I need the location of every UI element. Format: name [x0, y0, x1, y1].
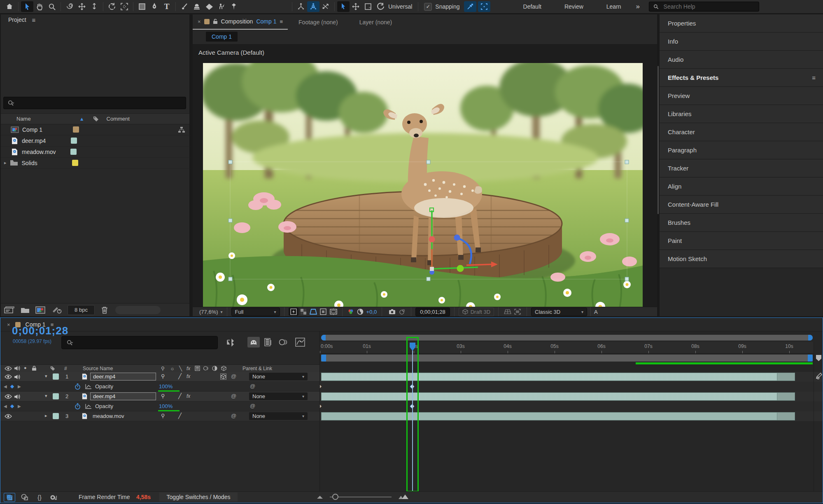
- workspace-overflow-icon[interactable]: »: [636, 2, 640, 11]
- project-search[interactable]: [3, 97, 186, 109]
- panel-item-preview[interactable]: Preview: [660, 87, 823, 105]
- anchor-switch-icon[interactable]: ⚲: [161, 393, 165, 399]
- quality-switch-icon[interactable]: ╱: [178, 413, 182, 419]
- layer-1-bar[interactable]: [321, 373, 795, 381]
- opacity-value[interactable]: 100%: [159, 403, 173, 409]
- gizmo-move-icon[interactable]: [350, 1, 362, 12]
- title-action-safe-icon[interactable]: [328, 308, 339, 316]
- rotate-tool[interactable]: [106, 1, 118, 12]
- quality-switch-icon[interactable]: ╱: [178, 373, 182, 379]
- layer-label-swatch[interactable]: [53, 373, 59, 380]
- layer-label-swatch[interactable]: [53, 393, 59, 399]
- column-name[interactable]: Name: [16, 116, 31, 122]
- region-of-interest-icon[interactable]: [318, 308, 328, 316]
- expander-icon[interactable]: ▸: [4, 160, 7, 166]
- color-depth-icon[interactable]: [52, 306, 62, 314]
- tab-layer[interactable]: Layer (none): [349, 15, 403, 30]
- close-icon[interactable]: ×: [198, 19, 201, 25]
- pickwhip-icon[interactable]: @: [250, 383, 255, 389]
- composition-mini-flowchart-icon[interactable]: [226, 338, 236, 347]
- draft-3d-toggle[interactable]: Draft 3D: [459, 308, 494, 316]
- workspace-learn[interactable]: Learn: [606, 3, 621, 10]
- layer-3-bar-endcap[interactable]: [777, 412, 795, 420]
- property-row-opacity-2[interactable]: ◀ ◆ ▶ Opacity 100% @: [0, 401, 319, 411]
- pen-tool[interactable]: [148, 1, 161, 12]
- time-ruler[interactable]: 0:00s 01s 02s 03s 04s 05s 06s 07s 08s 09…: [320, 342, 814, 354]
- world-axis-mode[interactable]: [307, 1, 319, 12]
- audio-icon[interactable]: [14, 374, 20, 380]
- property-row-opacity-1[interactable]: ◀ ◆ ▶ Opacity 100% @: [0, 382, 319, 392]
- snapping-checkbox[interactable]: ✓: [424, 3, 432, 11]
- audio-column-icon[interactable]: [14, 366, 20, 371]
- quality-switch-icon[interactable]: ╱: [178, 393, 182, 399]
- label-swatch[interactable]: [73, 126, 79, 133]
- eye-column-icon[interactable]: [5, 366, 12, 371]
- help-search-input[interactable]: [663, 3, 755, 10]
- 3d-switch-icon[interactable]: [220, 373, 226, 380]
- interpret-footage-icon[interactable]: [4, 306, 15, 314]
- comp-marker-icon[interactable]: [816, 355, 822, 362]
- ground-plane-icon[interactable]: [503, 308, 513, 316]
- gizmo-rotate-icon[interactable]: [374, 1, 387, 12]
- renderer-dropdown[interactable]: Classic 3D▾: [531, 308, 587, 316]
- magnification-dropdown[interactable]: (77,6%)▾: [199, 309, 223, 315]
- panel-item-effects-presets[interactable]: Effects & Presets≡: [660, 69, 823, 87]
- fast-previews-icon[interactable]: [289, 308, 298, 316]
- dolly-camera-tool[interactable]: [88, 1, 100, 12]
- project-row-comp1[interactable]: Comp 1: [1, 124, 189, 135]
- zoom-tool[interactable]: [46, 1, 58, 12]
- bpc-button[interactable]: 8 bpc: [68, 305, 95, 315]
- panel-item-content-aware-fill[interactable]: Content-Aware Fill: [660, 196, 823, 214]
- zoom-out-mountain-icon[interactable]: [317, 495, 323, 499]
- layer-switches-pane-toggle[interactable]: [4, 493, 15, 502]
- eye-icon[interactable]: [5, 374, 12, 379]
- layer-row-2[interactable]: ▾ 2 deer.mp4 ⚲ ╱ fx @ None▾: [0, 392, 319, 401]
- panel-item-libraries[interactable]: Libraries: [660, 105, 823, 123]
- workspace-default[interactable]: Default: [523, 3, 541, 10]
- label-swatch[interactable]: [70, 149, 77, 155]
- layer-2-bar[interactable]: [321, 392, 795, 401]
- camera-roi-tool[interactable]: [118, 1, 131, 12]
- layer-row-3[interactable]: ▸ 3 meadow.mov ⚲ ╱ @ None▾: [0, 411, 319, 421]
- graph-toggle-icon[interactable]: [85, 384, 92, 389]
- label-column-icon[interactable]: [93, 116, 99, 122]
- stopwatch-icon[interactable]: [75, 403, 81, 410]
- panel-item-character[interactable]: Character: [660, 123, 823, 141]
- work-area-bar[interactable]: [321, 355, 813, 362]
- puppet-pin-tool[interactable]: [228, 1, 240, 12]
- new-folder-icon[interactable]: [21, 307, 30, 313]
- viewer-timecode[interactable]: 0;00;01;28: [415, 308, 450, 316]
- panel-scrollbar[interactable]: [657, 66, 659, 214]
- local-axis-mode[interactable]: [295, 1, 307, 12]
- keyframe-icon[interactable]: ◆: [320, 403, 322, 409]
- number-column[interactable]: #: [64, 366, 67, 371]
- selection-tool[interactable]: [21, 1, 33, 12]
- fx-switch-icon[interactable]: fx: [187, 393, 190, 399]
- sort-asc-icon[interactable]: ▲: [79, 116, 84, 122]
- panel-item-paint[interactable]: Paint: [660, 232, 823, 250]
- frame-blending-icon[interactable]: [264, 338, 273, 347]
- panel-item-properties[interactable]: Properties: [660, 14, 823, 33]
- panel-menu-icon[interactable]: ≡: [280, 19, 283, 25]
- render-time-snail-icon[interactable]: [48, 493, 59, 501]
- comp-chip[interactable]: Comp 1: [206, 32, 238, 42]
- brush-tool[interactable]: [178, 1, 191, 12]
- pickwhip-icon[interactable]: @: [250, 403, 255, 409]
- parent-dropdown[interactable]: None▾: [249, 412, 308, 420]
- layer-1-bar-endcap[interactable]: [777, 373, 795, 381]
- anchor-switch-icon[interactable]: ⚲: [161, 373, 165, 379]
- gizmo-select-icon[interactable]: [337, 1, 350, 12]
- timeline-h-scrollbar[interactable]: [321, 335, 813, 341]
- show-snapshot-icon[interactable]: [397, 308, 407, 316]
- current-timecode[interactable]: 0;00;01;28: [12, 324, 68, 337]
- column-comment[interactable]: Comment: [107, 116, 130, 122]
- layer-expander[interactable]: ▾: [45, 373, 47, 379]
- in-out-panes-toggle[interactable]: {}: [34, 493, 45, 501]
- project-row-deer[interactable]: deer.mp4: [1, 135, 189, 147]
- transparency-grid-icon[interactable]: [298, 308, 308, 316]
- prev-keyframe-icon[interactable]: ◀: [4, 384, 7, 389]
- comp-preview-image[interactable]: [203, 63, 643, 312]
- live-update-pen-icon[interactable]: [816, 373, 822, 380]
- clone-stamp-tool[interactable]: [191, 1, 203, 12]
- new-composition-icon[interactable]: [35, 306, 45, 314]
